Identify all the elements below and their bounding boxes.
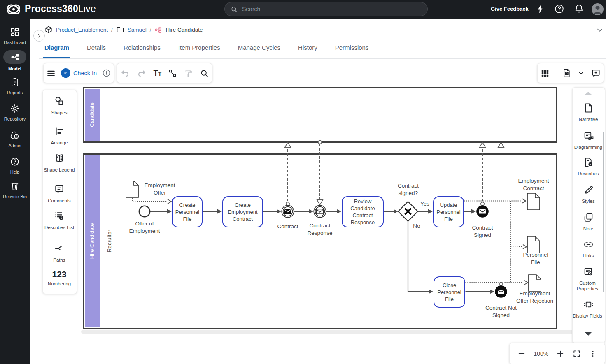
collapse-panel-button[interactable] — [33, 30, 45, 42]
panel-scroll-up-icon[interactable] — [584, 90, 592, 95]
search-canvas-icon[interactable] — [200, 69, 209, 78]
export-document-icon[interactable] — [562, 68, 571, 78]
tab-details[interactable]: Details — [86, 42, 107, 58]
reports-icon — [10, 77, 20, 87]
tool-display-fields[interactable]: Display Fields — [571, 299, 605, 319]
tool-note[interactable]: Note — [571, 212, 605, 232]
tabs-bar: Diagram Details Relationships Item Prope… — [43, 42, 370, 58]
breadcrumb-project-link[interactable]: Product_Enablement — [56, 27, 108, 33]
label-employment-offer-rejection: Employment Offer Rejection — [516, 290, 554, 305]
label-employment-contract: Employment Contract — [515, 177, 552, 192]
brand-title: Process360Live — [25, 3, 96, 14]
tool-diagramming[interactable]: Diagramming — [571, 131, 605, 150]
breadcrumb-folder-link[interactable]: Samuel — [128, 27, 147, 33]
canvas-h-scrollbar[interactable] — [81, 330, 601, 334]
fullscreen-icon[interactable] — [573, 350, 581, 358]
tool-label: Diagramming — [571, 144, 605, 150]
tool-label: Shapes — [42, 110, 76, 116]
panel-scroll-down-icon[interactable] — [584, 332, 592, 336]
tool-narrative[interactable]: Narrative — [571, 103, 605, 122]
connector-icon[interactable] — [168, 69, 177, 78]
zoom-out-icon[interactable] — [517, 350, 526, 358]
tool-shapes[interactable]: Shapes — [42, 96, 76, 116]
tool-label: Describes — [571, 171, 605, 176]
event-contract-response-catch[interactable] — [314, 205, 326, 218]
search-box[interactable] — [224, 2, 428, 16]
redo-icon[interactable] — [137, 68, 147, 78]
menu-hamburger-icon[interactable] — [47, 69, 56, 78]
event-contract-throw[interactable] — [282, 205, 294, 218]
tab-diagram[interactable]: Diagram — [43, 42, 70, 58]
sidebar-item-dashboard[interactable]: Dashboard — [0, 27, 30, 45]
top-bar: Process360Live Give Feedback — [0, 0, 606, 19]
sidebar-item-repository[interactable]: Repository — [0, 104, 30, 121]
undo-icon[interactable] — [120, 68, 130, 78]
give-feedback-button[interactable]: Give Feedback — [491, 6, 529, 12]
tool-styles[interactable]: Styles — [571, 185, 605, 204]
tool-arrange[interactable]: Arrange — [42, 126, 76, 146]
tool-links[interactable]: Links — [571, 239, 605, 259]
tool-shape-legend[interactable]: Shape Legend — [42, 153, 76, 173]
tool-describes[interactable]: Describes — [571, 157, 605, 176]
comments-icon — [54, 184, 65, 195]
left-nav-rail: Dashboard Model Reports Repository Admin… — [0, 19, 30, 364]
sidebar-item-model-label[interactable]: Model — [0, 66, 30, 71]
task-create-employment-contract[interactable]: Create Employment Contract — [222, 196, 263, 227]
text-style-icon[interactable]: TT — [154, 69, 162, 78]
tool-comments[interactable]: Comments — [42, 184, 76, 204]
breadcrumb-separator: / — [111, 27, 113, 33]
doc-employment-offer[interactable] — [126, 181, 138, 197]
tab-permissions[interactable]: Permissions — [334, 42, 370, 58]
pool-hire-candidate[interactable] — [84, 154, 557, 329]
chevron-down-icon[interactable] — [577, 69, 585, 77]
task-update-personnel-file[interactable]: Update Personnel File — [433, 196, 464, 227]
end-event-contract-signed[interactable] — [476, 205, 489, 218]
task-review-candidate-contract-response[interactable]: Review Candidate Contract Response — [342, 196, 384, 227]
more-options-kebab-icon[interactable] — [589, 350, 597, 358]
grid-apps-icon[interactable] — [541, 69, 550, 78]
app-logo-icon[interactable] — [5, 2, 22, 16]
info-icon[interactable] — [102, 69, 111, 77]
sidebar-label: Repository — [0, 116, 30, 121]
zoom-in-icon[interactable] — [556, 350, 564, 358]
tab-item-properties[interactable]: Item Properties — [177, 42, 221, 58]
tool-label: Numbering — [42, 281, 76, 287]
lane-recruiter-label: Recruiter — [106, 230, 112, 252]
zoom-level: 100% — [534, 350, 548, 357]
sidebar-item-admin[interactable]: Admin — [0, 130, 30, 148]
sidebar-item-model-pill[interactable] — [3, 50, 26, 64]
check-in-button[interactable]: Check In — [61, 68, 97, 78]
task-create-personnel-file[interactable]: Create Personnel File — [172, 196, 203, 227]
sidebar-item-help[interactable]: Help — [0, 157, 30, 174]
add-comment-icon[interactable] — [591, 68, 601, 78]
lightning-icon[interactable] — [535, 4, 545, 14]
tool-paths[interactable]: Paths — [42, 243, 76, 263]
format-painter-icon[interactable] — [184, 69, 193, 78]
sidebar-label: Help — [0, 169, 30, 174]
notifications-bell-icon[interactable] — [574, 4, 584, 14]
search-input[interactable] — [241, 5, 408, 13]
user-avatar[interactable] — [592, 3, 604, 15]
doc-employment-offer-rejection[interactable] — [529, 275, 541, 291]
help-icon[interactable] — [554, 4, 564, 14]
display-fields-icon — [583, 299, 594, 310]
sidebar-item-reports[interactable]: Reports — [0, 77, 30, 95]
label-personnel-file: Personnel File — [519, 251, 552, 266]
tool-custom-properties[interactable]: Custom Properties — [571, 267, 605, 292]
tab-history[interactable]: History — [297, 42, 319, 58]
sidebar-item-recycle-bin[interactable]: Recycle Bin — [0, 181, 30, 199]
doc-employment-contract[interactable] — [527, 193, 540, 210]
pool-candidate-label: Candidate — [89, 102, 95, 127]
doc-personnel-file[interactable] — [527, 236, 540, 253]
breadcrumb-current-item: Hire Candidate — [165, 27, 203, 33]
chevron-right-icon — [37, 33, 42, 38]
tab-manage-cycles[interactable]: Manage Cycles — [237, 42, 282, 58]
task-close-personnel-file[interactable]: Close Personnel File — [434, 276, 465, 308]
tab-relationships[interactable]: Relationships — [122, 42, 162, 58]
start-event-offer-of-employment[interactable] — [139, 206, 150, 217]
pool-candidate[interactable] — [84, 88, 557, 142]
tool-describes-list[interactable]: Describes List — [42, 211, 76, 230]
tool-numbering[interactable]: 123 Numbering — [42, 269, 76, 287]
end-event-contract-not-signed[interactable] — [495, 285, 507, 298]
right-panel-scrollbar[interactable] — [603, 132, 604, 292]
